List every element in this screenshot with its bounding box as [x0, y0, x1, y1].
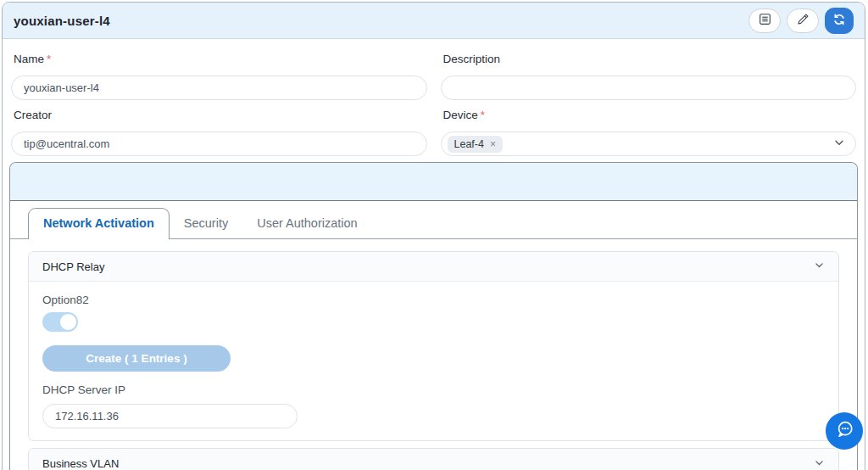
- business-vlan-section: Business VLAN: [28, 448, 839, 470]
- remove-tag-icon[interactable]: ×: [490, 139, 496, 149]
- panel-header-strip: [10, 163, 857, 201]
- device-field-group: Device* Leaf-4 ×: [441, 100, 857, 156]
- option82-label: Option82: [42, 294, 825, 306]
- tab-security[interactable]: Security: [170, 209, 242, 238]
- page-title: youxian-user-l4: [14, 14, 110, 28]
- chat-support-button[interactable]: [826, 412, 863, 450]
- device-tag: Leaf-4 ×: [448, 136, 503, 153]
- dhcp-relay-title: DHCP Relay: [42, 260, 104, 273]
- description-label: Description: [443, 52, 857, 66]
- tab-content: DHCP Relay Option82 Create ( 1 Entries )…: [10, 239, 857, 470]
- dhcp-relay-body: Option82 Create ( 1 Entries ) DHCP Serve…: [29, 282, 838, 440]
- option82-toggle[interactable]: [42, 312, 78, 332]
- tab-network-activation[interactable]: Network Activation: [28, 208, 170, 239]
- toggle-knob: [60, 314, 76, 330]
- create-entries-button[interactable]: Create ( 1 Entries ): [42, 345, 231, 372]
- card-header: youxian-user-l4: [3, 3, 865, 39]
- list-icon: [759, 13, 771, 28]
- description-input[interactable]: [441, 76, 857, 100]
- details-button[interactable]: [748, 8, 781, 33]
- dhcp-server-ip-input[interactable]: [42, 404, 298, 428]
- chevron-down-icon: [833, 137, 845, 152]
- profile-form: Name* Description Creator Device* Leaf-4…: [3, 39, 865, 156]
- business-vlan-header[interactable]: Business VLAN: [29, 449, 838, 470]
- name-input[interactable]: [11, 76, 427, 100]
- creator-label: Creator: [14, 108, 427, 122]
- creator-field-group: Creator: [11, 100, 427, 156]
- creator-input[interactable]: [11, 131, 427, 156]
- device-select[interactable]: Leaf-4 ×: [441, 131, 857, 156]
- chevron-down-icon: [814, 457, 825, 470]
- refresh-button[interactable]: [825, 8, 854, 34]
- tab-user-authorization[interactable]: User Authorization: [242, 209, 371, 238]
- configuration-panel: Network Activation Security User Authori…: [9, 162, 858, 470]
- dhcp-relay-section: DHCP Relay Option82 Create ( 1 Entries )…: [28, 251, 839, 441]
- tab-bar: Network Activation Security User Authori…: [10, 201, 857, 239]
- profile-card: youxian-user-l4: [2, 2, 865, 470]
- dhcp-relay-header[interactable]: DHCP Relay: [29, 252, 838, 282]
- device-label: Device*: [443, 108, 857, 122]
- pencil-icon: [797, 13, 810, 28]
- refresh-icon: [832, 13, 846, 29]
- description-field-group: Description: [441, 44, 857, 100]
- chevron-down-icon: [814, 260, 825, 273]
- header-actions: [748, 8, 854, 34]
- name-label: Name*: [14, 52, 427, 66]
- required-mark: *: [47, 53, 51, 65]
- device-tag-label: Leaf-4: [454, 138, 484, 150]
- name-field-group: Name*: [11, 44, 427, 100]
- business-vlan-title: Business VLAN: [42, 457, 119, 470]
- chat-bubble-icon: [833, 418, 856, 444]
- edit-button[interactable]: [787, 8, 819, 33]
- required-mark: *: [481, 109, 485, 121]
- dhcp-server-ip-label: DHCP Server IP: [42, 383, 825, 396]
